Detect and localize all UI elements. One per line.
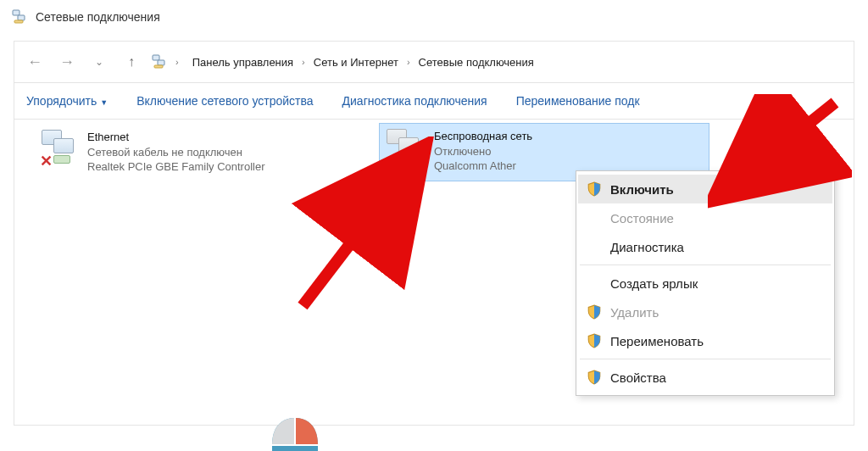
blank-icon [587,239,602,254]
menu-item-diagnostics[interactable]: Диагностика [578,232,832,261]
shield-icon [587,370,602,385]
up-button[interactable]: ↑ [120,50,143,74]
adapter-device: Qualcomm Ather [434,159,532,174]
network-connections-icon [12,9,27,25]
shield-icon [587,333,602,348]
ethernet-adapter-icon: ✕ [42,130,77,164]
menu-separator [580,264,831,265]
connections-pane[interactable]: ✕ Ethernet Сетевой кабель не подключен R… [14,120,854,426]
context-menu: Включить Состояние Диагностика Создать я… [576,170,835,396]
menu-item-label: Включить [610,182,674,197]
svg-rect-0 [13,10,19,15]
wifi-adapter-icon [387,129,424,163]
chevron-down-icon: ▼ [100,98,108,107]
breadcrumb-item[interactable]: Сеть и Интернет [312,54,400,70]
svg-line-6 [303,162,413,306]
enable-device-button[interactable]: Включение сетевого устройства [136,94,313,108]
menu-item-label: Удалить [610,305,659,320]
rename-connection-button[interactable]: Переименование подк [516,94,640,108]
adapter-status: Сетевой кабель не подключен [87,145,265,160]
chevron-right-icon[interactable]: › [175,57,179,67]
diagnose-connection-button[interactable]: Диагностика подключения [342,94,487,108]
error-x-icon: ✕ [40,152,53,170]
blank-icon [587,276,602,291]
svg-rect-2 [14,20,23,23]
window: Сетевые подключения ← → ⌄ ↑ › Панель упр… [0,0,868,451]
svg-rect-5 [154,65,163,68]
mouse-right-click-icon [269,416,321,451]
window-title: Сетевые подключения [36,10,160,24]
svg-rect-1 [18,15,25,20]
menu-item-status: Состояние [578,203,832,232]
breadcrumb-icon [152,54,167,70]
menu-item-label: Переименовать [610,334,704,348]
menu-item-create-shortcut[interactable]: Создать ярлык [578,269,832,298]
shield-icon [587,304,602,320]
shield-icon [587,181,602,197]
menu-item-label: Создать ярлык [610,276,698,291]
adapter-name: Беспроводная сеть [434,129,532,144]
adapter-ethernet[interactable]: ✕ Ethernet Сетевой кабель не подключен R… [35,125,381,181]
titlebar: Сетевые подключения [0,0,868,34]
organize-menu[interactable]: Упорядочить▼ [26,94,108,108]
menu-item-delete: Удалить [578,298,832,326]
recent-locations-button[interactable]: ⌄ [87,50,111,74]
svg-rect-4 [158,60,164,65]
back-button[interactable]: ← [23,50,47,74]
svg-rect-3 [153,55,159,60]
breadcrumb-item[interactable]: Панель управления [191,54,295,70]
breadcrumb: Панель управления › Сеть и Интернет › Се… [191,54,536,70]
chevron-right-icon[interactable]: › [302,57,305,67]
address-bar: ← → ⌄ ↑ › Панель управления › Сеть и Инт… [14,41,854,83]
menu-item-label: Состояние [610,211,674,226]
organize-label: Упорядочить [26,94,97,108]
forward-button[interactable]: → [55,50,79,74]
menu-separator [580,359,831,359]
adapter-name: Ethernet [87,130,265,145]
menu-item-label: Диагностика [610,240,684,254]
breadcrumb-item[interactable]: Сетевые подключения [417,54,536,70]
command-bar: Упорядочить▼ Включение сетевого устройст… [14,83,854,120]
blank-icon [587,210,602,226]
menu-item-properties[interactable]: Свойства [578,363,832,392]
menu-item-enable[interactable]: Включить [578,175,832,203]
chevron-right-icon[interactable]: › [407,57,410,67]
menu-item-label: Свойства [610,370,666,385]
adapter-status: Отключено [434,144,532,159]
adapter-device: Realtek PCIe GBE Family Controller [87,159,265,175]
menu-item-rename[interactable]: Переименовать [578,326,832,355]
